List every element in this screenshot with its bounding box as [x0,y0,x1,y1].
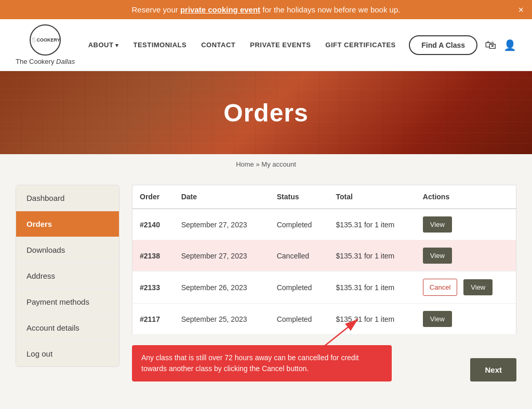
order-num: #2117 [132,304,174,335]
bottom-row: Any class that is still over 72 hours aw… [132,345,516,381]
find-class-button[interactable]: Find A Class [409,35,477,55]
order-status: Completed [270,271,329,304]
next-button[interactable]: Next [470,358,516,381]
actions-cell: Cancel View [423,279,509,296]
orders-panel: Order Date Status Total Actions #2140 Se… [132,185,516,381]
cancel-order-button[interactable]: Cancel [423,279,457,296]
banner-link[interactable]: private cooking event [180,5,260,14]
cart-icon: 🛍 [485,38,496,51]
annotation-area: Any class that is still over 72 hours aw… [132,345,516,381]
breadcrumb-current: My account [261,160,296,168]
order-num: #2138 [132,240,174,271]
account-icon: 👤 [503,39,516,51]
sidebar-item-downloads[interactable]: Downloads [16,237,119,263]
order-actions: Cancel View [416,271,516,304]
order-date: September 26, 2023 [174,271,270,304]
order-status: Completed [270,209,329,240]
cart-icon-button[interactable]: 🛍 [485,38,496,52]
col-date: Date [174,185,270,209]
top-banner: Reserve your private cooking event for t… [0,0,532,19]
sidebar-item-logout[interactable]: Log out [16,341,119,366]
order-total: $135.31 for 1 item [328,271,415,304]
main-nav: ABOUT TESTIMONIALS CONTACT PRIVATE EVENT… [85,41,398,49]
sidebar-item-address[interactable]: Address [16,263,119,289]
order-total: $135.31 for 1 item [328,240,415,271]
order-actions: View [416,240,516,271]
account-icon-button[interactable]: 👤 [503,38,516,52]
order-num: #2140 [132,209,174,240]
view-order-button[interactable]: View [423,311,452,327]
banner-text-before: Reserve your [132,5,180,14]
order-actions: View [416,304,516,335]
page-title: Orders [223,99,308,127]
sidebar-item-payment[interactable]: Payment methods [16,289,119,315]
banner-text-after: for the holidays now before we book up. [260,5,400,14]
table-row: #2138 September 27, 2023 Cancelled $135.… [132,240,516,271]
breadcrumb-separator: » [256,160,259,168]
table-row: #2117 September 25, 2023 Completed $135.… [132,304,516,335]
sidebar-item-account-details[interactable]: Account details [16,315,119,341]
nav-private-events[interactable]: PRIVATE EVENTS [250,41,311,49]
order-date: September 27, 2023 [174,240,270,271]
hero-banner: Orders [0,71,532,154]
view-order-button[interactable]: View [423,216,452,233]
col-actions: Actions [416,185,516,209]
order-status: Cancelled [270,240,329,271]
breadcrumb-home[interactable]: Home [236,160,254,168]
breadcrumb: Home » My account [0,154,532,174]
order-num: #2133 [132,271,174,304]
header: 🍴COOKERY The Cookery Dallas ABOUT TESTIM… [0,19,532,71]
sidebar-item-orders[interactable]: Orders [16,211,119,237]
order-total: $135.31 for 1 item [328,304,415,335]
logo-area: 🍴COOKERY The Cookery Dallas [16,24,75,65]
logo-icon: 🍴COOKERY [30,24,61,56]
table-row: #2140 September 27, 2023 Completed $135.… [132,209,516,240]
order-status: Completed [270,304,329,335]
view-order-button[interactable]: View [463,279,493,295]
nav-contact[interactable]: CONTACT [201,41,235,49]
col-total: Total [328,185,415,209]
order-actions: View [416,209,516,240]
orders-table: Order Date Status Total Actions #2140 Se… [132,185,516,335]
order-date: September 25, 2023 [174,304,270,335]
brand-name: The Cookery Dallas [16,58,75,65]
order-total: $135.31 for 1 item [328,209,415,240]
nav-about[interactable]: ABOUT [88,41,119,49]
nav-gift-certificates[interactable]: GIFT CERTIFICATES [325,41,395,49]
table-row: #2133 September 26, 2023 Completed $135.… [132,271,516,304]
cancel-tooltip: Any class that is still over 72 hours aw… [132,345,392,381]
col-order: Order [132,185,174,209]
header-actions: Find A Class 🛍 👤 [409,35,516,55]
order-date: September 27, 2023 [174,209,270,240]
main-content: Dashboard Orders Downloads Address Payme… [0,174,532,397]
view-order-button[interactable]: View [423,248,452,264]
sidebar: Dashboard Orders Downloads Address Payme… [16,185,119,367]
banner-close-button[interactable]: × [518,5,524,15]
sidebar-item-dashboard[interactable]: Dashboard [16,185,119,211]
nav-testimonials[interactable]: TESTIMONIALS [133,41,187,49]
col-status: Status [270,185,329,209]
